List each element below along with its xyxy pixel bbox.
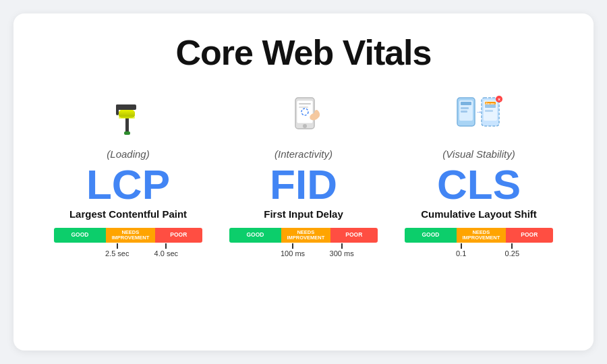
svg-rect-9 (299, 103, 311, 104)
lcp-tick-line-2 (165, 243, 167, 249)
lcp-tick-2: 4.0 sec (154, 243, 178, 257)
svg-rect-1 (116, 104, 136, 110)
fid-tick-1: 100 ms (281, 243, 305, 257)
cls-bar-container: GOOD NEEDSIMPROVEMENT POOR 0.1 0.25 (405, 228, 553, 258)
svg-rect-23 (485, 110, 493, 112)
lcp-tick-row: 2.5 sec 4.0 sec (54, 243, 202, 258)
metrics-row: (Loading) LCP Largest Contentful Paint G… (40, 85, 567, 258)
svg-rect-2 (116, 104, 119, 115)
svg-rect-10 (299, 107, 308, 108)
cls-tick-line-2 (511, 243, 513, 249)
cls-subtitle: (Visual Stability) (442, 148, 515, 160)
cls-tick-val-1: 0.1 (456, 249, 466, 257)
fid-poor-seg: POOR (330, 228, 378, 243)
main-card: Core Web Vitals (13, 13, 594, 351)
cls-tick-1: 0.1 (456, 243, 466, 257)
fid-tick-line-2 (341, 243, 343, 249)
fid-bar-container: GOOD NEEDSIMPROVEMENT POOR 100 ms 300 ms (229, 228, 378, 258)
lcp-bar: GOOD NEEDSIMPROVEMENT POOR (54, 228, 202, 243)
fid-bar: GOOD NEEDSIMPROVEMENT POOR (229, 228, 378, 243)
svg-rect-17 (461, 102, 471, 105)
cls-fullname: Cumulative Layout Shift (421, 208, 537, 220)
cls-tick-2: 0.25 (505, 243, 519, 257)
svg-rect-5 (119, 117, 135, 119)
svg-rect-18 (461, 107, 469, 109)
cls-tick-val-2: 0.25 (505, 249, 519, 257)
page-title: Core Web Vitals (176, 32, 432, 73)
lcp-bar-container: GOOD NEEDSIMPROVEMENT POOR 2.5 sec 4.0 s… (54, 228, 202, 258)
svg-point-11 (303, 124, 307, 128)
lcp-subtitle: (Loading) (107, 148, 149, 160)
fid-fullname: First Input Delay (264, 208, 343, 220)
cls-acronym: CLS (437, 164, 521, 206)
fid-tick-2: 300 ms (330, 243, 354, 257)
fid-needs-seg: NEEDSIMPROVEMENT (281, 228, 330, 243)
cls-bar: GOOD NEEDSIMPROVEMENT POOR (405, 228, 553, 243)
lcp-acronym: LCP (86, 164, 170, 206)
fid-icon (277, 88, 330, 142)
lcp-icon-area (101, 85, 155, 146)
cls-icon-area: Banner × → (452, 85, 506, 146)
fid-subtitle: (Interactivity) (274, 148, 333, 160)
lcp-tick-1: 2.5 sec (105, 243, 129, 257)
fid-acronym: FID (270, 164, 337, 206)
cls-icon: Banner × → (452, 88, 506, 142)
lcp-fullname: Largest Contentful Paint (69, 208, 187, 220)
lcp-tick-val-1: 2.5 sec (105, 249, 129, 257)
svg-text:Banner: Banner (486, 102, 495, 105)
svg-rect-22 (485, 104, 496, 108)
lcp-icon (101, 88, 155, 142)
cls-good-seg: GOOD (405, 228, 457, 243)
lcp-needs-seg: NEEDSIMPROVEMENT (106, 228, 155, 243)
cls-poor-seg: POOR (506, 228, 553, 243)
fid-good-seg: GOOD (229, 228, 281, 243)
metric-cls: Banner × → (Visual Stability) CLS Cumula… (391, 85, 567, 258)
svg-rect-19 (461, 111, 467, 113)
fid-tick-val-1: 100 ms (281, 249, 305, 257)
lcp-tick-line-1 (117, 243, 118, 249)
fid-tick-row: 100 ms 300 ms (229, 243, 378, 258)
svg-text:→: → (475, 108, 482, 115)
cls-tick-row: 0.1 0.25 (405, 243, 553, 258)
cls-tick-line-1 (461, 243, 462, 249)
lcp-tick-val-2: 4.0 sec (154, 249, 178, 257)
lcp-poor-seg: POOR (155, 228, 202, 243)
metric-lcp: (Loading) LCP Largest Contentful Paint G… (40, 85, 216, 258)
fid-tick-line-1 (292, 243, 293, 249)
lcp-good-seg: GOOD (54, 228, 106, 243)
svg-text:×: × (498, 97, 500, 102)
fid-tick-val-2: 300 ms (330, 249, 354, 257)
svg-rect-6 (124, 131, 130, 135)
metric-fid: (Interactivity) FID First Input Delay GO… (216, 85, 391, 258)
cls-needs-seg: NEEDSIMPROVEMENT (457, 228, 506, 243)
fid-icon-area (277, 85, 330, 146)
